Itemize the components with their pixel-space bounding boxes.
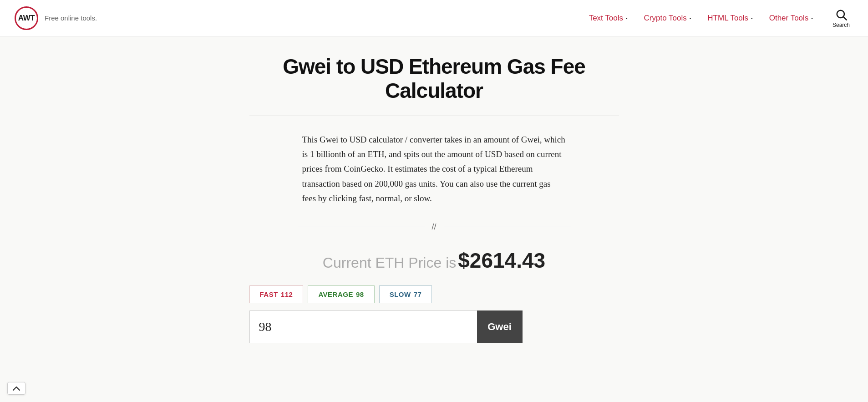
- divider-line-right: [444, 227, 571, 227]
- gas-fast-label: FAST: [260, 290, 278, 298]
- logo-tagline: Free online tools.: [45, 14, 97, 22]
- eth-price-label: Current ETH Price is: [323, 254, 456, 271]
- gas-average-label: AVERAGE: [318, 290, 353, 298]
- nav-divider: [825, 9, 825, 27]
- gwei-input[interactable]: [249, 310, 477, 343]
- search-icon: [835, 8, 848, 21]
- nav-crypto-tools[interactable]: Crypto Tools ●: [636, 14, 700, 23]
- gas-button-fast[interactable]: FAST 112: [249, 285, 304, 303]
- gas-average-value: 98: [356, 290, 364, 298]
- page-description: This Gwei to USD calculator / converter …: [302, 132, 566, 206]
- eth-price-value: $2614.43: [458, 249, 545, 272]
- gas-slow-value: 77: [414, 290, 422, 298]
- main-content: Gwei to USD Ethereum Gas Fee Calculator …: [239, 55, 630, 371]
- chevron-up-icon: [12, 386, 20, 391]
- header: AWT Free online tools. Text Tools ● Cryp…: [0, 0, 868, 36]
- gwei-input-wrap: Gwei: [249, 310, 523, 343]
- eth-price-section: Current ETH Price is $2614.43: [249, 248, 619, 273]
- nav-other-tools[interactable]: Other Tools ●: [761, 14, 821, 23]
- gas-slow-label: SLOW: [390, 290, 411, 298]
- page-title: Gwei to USD Ethereum Gas Fee Calculator: [249, 55, 619, 103]
- gas-button-average[interactable]: AVERAGE 98: [308, 285, 374, 303]
- nav-dot-2: ●: [690, 17, 691, 20]
- gwei-unit-label: Gwei: [477, 310, 523, 343]
- gas-buttons-group: FAST 112 AVERAGE 98 SLOW 77: [249, 285, 619, 303]
- title-divider: [249, 116, 619, 116]
- divider-symbol: //: [432, 222, 437, 232]
- search-button[interactable]: Search: [829, 8, 853, 28]
- scroll-up-button[interactable]: [7, 382, 25, 395]
- main-nav: Text Tools ● Crypto Tools ● HTML Tools ●…: [581, 8, 853, 28]
- nav-dot-4: ●: [811, 17, 813, 20]
- logo-link[interactable]: AWT Free online tools.: [15, 6, 97, 30]
- nav-html-tools[interactable]: HTML Tools ●: [699, 14, 761, 23]
- logo-initials: AWT: [18, 14, 35, 23]
- nav-dot-1: ●: [626, 17, 628, 20]
- gas-button-slow[interactable]: SLOW 77: [379, 285, 432, 303]
- nav-dot-3: ●: [751, 17, 753, 20]
- divider-line-left: [298, 227, 425, 227]
- svg-line-1: [843, 17, 846, 20]
- logo-circle: AWT: [15, 6, 38, 30]
- search-label: Search: [832, 22, 850, 28]
- gas-fast-value: 112: [281, 290, 293, 298]
- nav-text-tools[interactable]: Text Tools ●: [581, 14, 636, 23]
- section-divider: //: [298, 222, 571, 232]
